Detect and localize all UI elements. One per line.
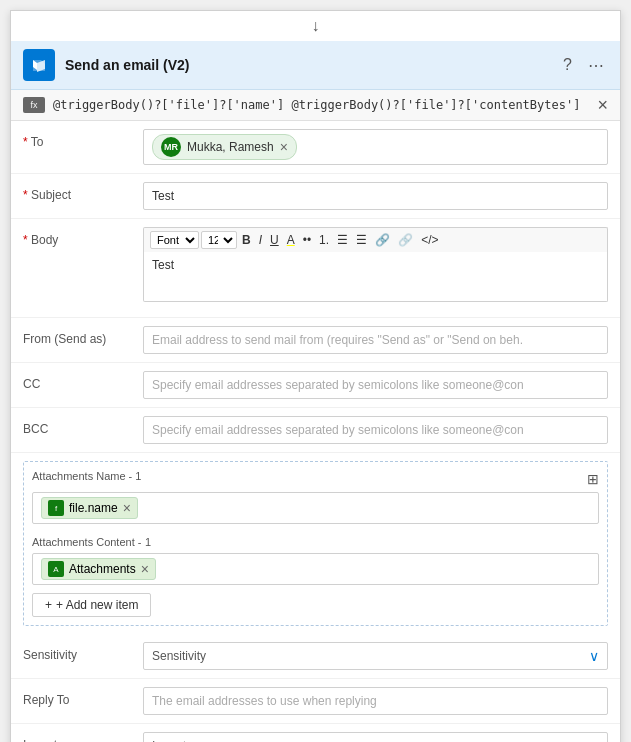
attachments-name-field[interactable]: f file.name × [32, 492, 599, 524]
importance-label: Importance [23, 732, 143, 742]
attachments-content-tag: A Attachments × [41, 558, 156, 580]
subject-input[interactable] [143, 182, 608, 210]
add-new-label: + Add new item [56, 598, 138, 612]
code-button[interactable]: </> [418, 231, 441, 249]
body-toolbar: Font 12 B I U A •• 1. ☰ ☰ 🔗 [143, 227, 608, 252]
reply-to-label: Reply To [23, 687, 143, 707]
importance-row: Importance Importance ∨ [11, 724, 620, 742]
unlink-button[interactable]: 🔗 [395, 231, 416, 249]
from-input[interactable] [143, 326, 608, 354]
to-tag-name: Mukka, Ramesh [187, 140, 274, 154]
reply-to-row: Reply To [11, 679, 620, 724]
attachments-name-label: Attachments Name - 1 [32, 470, 141, 482]
numbered-button[interactable]: 1. [316, 231, 332, 249]
attachments-copy-button[interactable]: ⊞ [587, 471, 599, 487]
from-row: From (Send as) [11, 318, 620, 363]
subject-row: Subject [11, 174, 620, 219]
italic-button[interactable]: I [256, 231, 265, 249]
align-right-button[interactable]: ☰ [353, 231, 370, 249]
card-header: Send an email (V2) ? ⋯ [11, 41, 620, 90]
top-arrow: ↓ [11, 11, 620, 41]
attachments-name-tag-text: file.name [69, 501, 118, 515]
sensitivity-label: Sensitivity [23, 642, 143, 662]
attachments-name-remove-button[interactable]: × [123, 501, 131, 515]
attachments-content-field[interactable]: A Attachments × [32, 553, 599, 585]
formula-text: @triggerBody()?['file']?['name'] @trigge… [53, 98, 589, 112]
reply-to-input[interactable] [143, 687, 608, 715]
header-actions: ? ⋯ [559, 54, 608, 77]
align-left-button[interactable]: ☰ [334, 231, 351, 249]
cc-row: CC [11, 363, 620, 408]
subject-label: Subject [23, 182, 143, 202]
underline-button[interactable]: U [267, 231, 282, 249]
sensitivity-row: Sensitivity Sensitivity ∨ [11, 634, 620, 679]
highlight-button[interactable]: A [284, 231, 298, 249]
attachments-content-remove-button[interactable]: × [141, 562, 149, 576]
from-label: From (Send as) [23, 326, 143, 346]
formula-close-button[interactable]: × [597, 96, 608, 114]
to-field[interactable]: MR Mukka, Ramesh × [143, 129, 608, 165]
attachments-name-tag: f file.name × [41, 497, 138, 519]
attachment-icon: A [48, 561, 64, 577]
importance-arrow-icon: ∨ [589, 738, 599, 742]
attachments-content-tag-text: Attachments [69, 562, 136, 576]
to-tag-remove-button[interactable]: × [280, 140, 288, 154]
body-textarea[interactable]: Test [143, 252, 608, 302]
bullets-button[interactable]: •• [300, 231, 314, 249]
more-options-button[interactable]: ⋯ [584, 54, 608, 77]
bcc-row: BCC [11, 408, 620, 453]
attachments-content-label: Attachments Content - [32, 536, 141, 548]
importance-dropdown[interactable]: Importance ∨ [143, 732, 608, 742]
form-body: To MR Mukka, Ramesh × Subject Body [11, 121, 620, 742]
sensitivity-value: Sensitivity [152, 649, 206, 663]
page-title: Send an email (V2) [65, 57, 559, 73]
body-label: Body [23, 227, 143, 247]
formula-bar: fx @triggerBody()?['file']?['name'] @tri… [11, 90, 620, 121]
add-new-icon: + [45, 598, 52, 612]
to-avatar: MR [161, 137, 181, 157]
sensitivity-dropdown[interactable]: Sensitivity ∨ [143, 642, 608, 670]
cc-input[interactable] [143, 371, 608, 399]
to-row: To MR Mukka, Ramesh × [11, 121, 620, 174]
to-label: To [23, 129, 143, 149]
to-tag: MR Mukka, Ramesh × [152, 134, 297, 160]
link-button[interactable]: 🔗 [372, 231, 393, 249]
cc-label: CC [23, 371, 143, 391]
bcc-label: BCC [23, 416, 143, 436]
formula-icon: fx [23, 97, 45, 113]
help-button[interactable]: ? [559, 54, 576, 76]
bcc-input[interactable] [143, 416, 608, 444]
add-new-button[interactable]: + + Add new item [32, 593, 151, 617]
office365-icon [23, 49, 55, 81]
attachments-section: Attachments Name - 1 ⊞ f file.name × Att… [23, 461, 608, 626]
font-size-select[interactable]: 12 [201, 231, 237, 249]
attachments-content-number: 1 [145, 536, 151, 548]
body-row: Body Font 12 B I U A •• 1. [11, 219, 620, 318]
sensitivity-arrow-icon: ∨ [589, 648, 599, 664]
file-icon: f [48, 500, 64, 516]
bold-button[interactable]: B [239, 231, 254, 249]
font-select[interactable]: Font [150, 231, 199, 249]
